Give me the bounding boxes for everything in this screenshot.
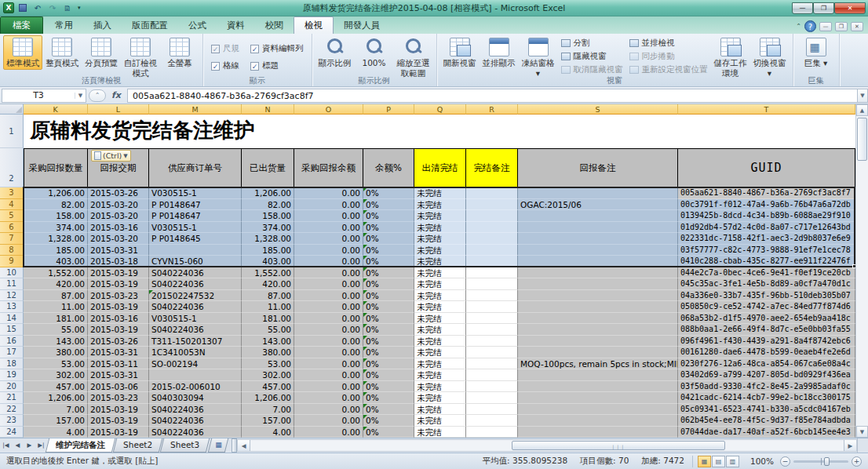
cell-P8[interactable]: 0%	[363, 245, 414, 256]
cell-O18[interactable]: 0.00	[294, 358, 363, 370]
cell-K8[interactable]: 185.00	[24, 245, 88, 256]
cell-K22[interactable]: 7.00	[24, 404, 88, 416]
cell-M22[interactable]: S040224036	[149, 404, 242, 416]
cell-L22[interactable]: 2015-03-19	[88, 404, 149, 416]
cell-P4[interactable]: 0%	[363, 199, 414, 211]
cell-S20[interactable]	[518, 381, 678, 393]
cell-N24[interactable]: 4.00	[242, 427, 294, 438]
cell-M24[interactable]: S040224036	[149, 427, 242, 438]
name-box-dropdown-icon[interactable]: ▼	[75, 93, 86, 99]
cell-S4[interactable]: OGAC:2015/06	[518, 199, 678, 211]
cell-R17[interactable]	[466, 347, 518, 358]
cell-T9[interactable]: 0410c288-cbab-435c-8277-ee911f22476f	[678, 256, 855, 267]
cell-N5[interactable]: 158.00	[242, 210, 294, 222]
cell-P16[interactable]: 0%	[363, 336, 414, 347]
cell-O11[interactable]: 0.00	[294, 278, 363, 290]
cell-O8[interactable]: 0.00	[294, 245, 363, 256]
excel-icon[interactable]: X	[3, 2, 14, 13]
cell-R19[interactable]	[466, 369, 518, 381]
cell-M9[interactable]: CYVN15-060	[149, 256, 242, 267]
cell-R3[interactable]	[466, 187, 518, 199]
cell-S15[interactable]	[518, 324, 678, 336]
help-icon[interactable]: ?	[804, 20, 816, 32]
checkbox-格線[interactable]: ✓格線	[211, 60, 239, 71]
cell-M14[interactable]: V030515-1	[149, 313, 242, 325]
cell-S17[interactable]	[518, 347, 678, 358]
cell-P15[interactable]: 0%	[363, 324, 414, 336]
header-cell-T2[interactable]: GUID	[678, 148, 855, 187]
cell-R6[interactable]	[466, 222, 518, 234]
ribbon-button-並排顯示[interactable]: 並排顯示	[480, 35, 519, 70]
cell-K24[interactable]: 4.00	[24, 427, 88, 438]
cell-O10[interactable]: 0.00	[294, 267, 363, 279]
cell-Q8[interactable]: 未完结	[414, 245, 466, 256]
column-header-N[interactable]: N	[242, 104, 294, 115]
row-header-20[interactable]: 20	[0, 381, 24, 393]
page-break-view-icon[interactable]: ▥	[726, 456, 739, 467]
ribbon-button-開新視窗[interactable]: 開新視窗	[440, 35, 480, 70]
cell-N9[interactable]: 403.00	[242, 256, 294, 267]
header-cell-K2[interactable]: 采购回报数量	[24, 148, 88, 187]
first-sheet-icon[interactable]: |◀	[0, 438, 12, 453]
sheet-tab-Sheet2[interactable]: Sheet2	[113, 438, 163, 453]
cell-Q24[interactable]: 未完结	[414, 427, 466, 438]
cell-P23[interactable]: 0%	[363, 415, 414, 427]
cell-N23[interactable]: 157.00	[242, 415, 294, 427]
cell-P24[interactable]: 0%	[363, 427, 414, 438]
cell-Q14[interactable]: 未完结	[414, 313, 466, 325]
cell-K10[interactable]: 1,552.00	[24, 267, 88, 279]
ribbon-tab-插入[interactable]: 插入	[83, 17, 122, 34]
cell-R14[interactable]	[466, 313, 518, 325]
scroll-down-icon[interactable]: ▼	[856, 426, 868, 438]
cell-L16[interactable]: 2015-03-26	[88, 336, 149, 347]
cell-S10[interactable]	[518, 267, 678, 279]
zoom-thumb[interactable]	[824, 457, 830, 466]
sheet-tab-维护完结备注[interactable]: 维护完结备注	[46, 438, 115, 453]
cell-K7[interactable]: 1,328.00	[24, 233, 88, 245]
cell-P11[interactable]: 0%	[363, 278, 414, 290]
cell-O3[interactable]: 0.00	[294, 187, 363, 199]
cell-Q18[interactable]: 未完结	[414, 358, 466, 370]
row-header-11[interactable]: 11	[0, 278, 24, 290]
cell-L7[interactable]: 2015-03-20	[88, 233, 149, 245]
ribbon-button-自訂檢視模式[interactable]: 自訂檢視模式	[121, 35, 160, 80]
cell-R10[interactable]	[466, 267, 518, 279]
cell-R24[interactable]	[466, 427, 518, 438]
row-header-21[interactable]: 21	[0, 392, 24, 404]
cell-L20[interactable]: 2015-03-06	[88, 381, 149, 393]
checkbox-標題[interactable]: ✓標題	[250, 60, 304, 71]
cell-T7[interactable]: 022331dc-7158-42f1-aec3-2d9b8037e6e9	[678, 233, 855, 245]
vertical-scroll-thumb[interactable]	[857, 118, 867, 161]
cell-Q15[interactable]: 未完结	[414, 324, 466, 336]
cell-N21[interactable]: 1,206.00	[242, 392, 294, 404]
cell-N11[interactable]: 420.00	[242, 278, 294, 290]
cell-L14[interactable]: 2015-03-16	[88, 313, 149, 325]
cell-Q5[interactable]: 未完结	[414, 210, 466, 222]
cell-L9[interactable]: 2015-03-18	[88, 256, 149, 267]
cell-L24[interactable]: 2015-03-19	[88, 427, 149, 438]
row-header-3[interactable]: 3	[0, 187, 24, 199]
cell-M17[interactable]: 1C3410053N	[149, 347, 242, 358]
cell-R5[interactable]	[466, 210, 518, 222]
cell-N15[interactable]: 55.00	[242, 324, 294, 336]
cell-T12[interactable]: 04a336e0-33b7-435f-96bb-510deb305b07	[678, 290, 855, 302]
column-header-K[interactable]: K	[24, 104, 88, 115]
row-header-17[interactable]: 17	[0, 347, 24, 358]
cell-N10[interactable]: 1,552.00	[242, 267, 294, 279]
ribbon-button-並排檢視[interactable]: 並排檢視	[629, 38, 708, 49]
cell-S11[interactable]	[518, 278, 678, 290]
cell-K5[interactable]: 158.00	[24, 210, 88, 222]
cell-L15[interactable]: 2015-03-19	[88, 324, 149, 336]
ribbon-button-取消隱藏視窗[interactable]: 取消隱藏視窗	[561, 64, 623, 75]
cell-P22[interactable]: 0%	[363, 404, 414, 416]
row-header-24[interactable]: 24	[0, 427, 24, 438]
save-icon[interactable]	[16, 2, 29, 14]
ribbon-button-100%[interactable]: 100%	[355, 35, 394, 70]
row-header-1[interactable]: 1	[0, 115, 24, 148]
cell-O22[interactable]: 0.00	[294, 404, 363, 416]
cell-T15[interactable]: 088b0aa1-2e66-49f4-8d7c-e5e0bb03fa55	[678, 324, 855, 336]
cell-M3[interactable]: V030515-1	[149, 187, 242, 199]
cell-S3[interactable]	[518, 187, 678, 199]
cell-N7[interactable]: 1,328.00	[242, 233, 294, 245]
ribbon-button-分割[interactable]: 分割	[561, 38, 623, 49]
